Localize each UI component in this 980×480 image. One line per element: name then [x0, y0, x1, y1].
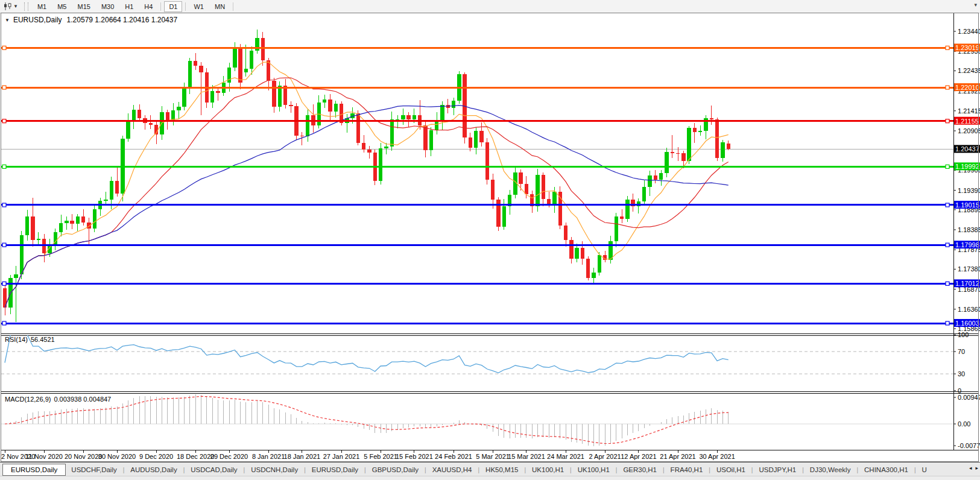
date-label: 29 Dec 2020 [210, 453, 248, 460]
tab-scroll-left-icon[interactable]: ◂ [969, 465, 972, 471]
line-handle[interactable] [946, 321, 949, 325]
candle [715, 119, 719, 158]
chart-tab[interactable]: USDJPY,H1 [753, 464, 801, 475]
date-label: 15 Feb 2021 [396, 453, 433, 460]
chart-tab[interactable]: CHINA300,H1 [859, 464, 914, 475]
candle [227, 68, 231, 83]
chart-tab[interactable]: U [917, 464, 932, 475]
date-label: 9 Dec 2020 [139, 453, 173, 460]
date-axis[interactable]: 2 Nov 202011 Nov 202020 Nov 202030 Nov 2… [1, 450, 735, 460]
candle [615, 216, 618, 241]
candle [278, 86, 282, 106]
candle [188, 61, 192, 87]
line-handle[interactable] [2, 165, 6, 168]
macd-indicator-label: MACD(12,26,9) 0.003938 0.004847 [5, 396, 111, 403]
line-handle[interactable] [946, 86, 949, 89]
price-line-label: 1.19015 [955, 201, 979, 209]
chart-tab[interactable]: USOil,H1 [711, 464, 751, 475]
line-handle[interactable] [946, 119, 949, 123]
candle [81, 216, 85, 223]
candle [42, 239, 46, 253]
candle [406, 115, 410, 120]
line-handle[interactable] [946, 282, 949, 285]
date-label: 21 Apr 2021 [660, 453, 695, 460]
rsi-value: 56.4521 [31, 336, 55, 343]
main-price-panel [1, 30, 953, 325]
line-handle[interactable] [946, 165, 949, 168]
line-handle[interactable] [946, 243, 949, 247]
chart-tab[interactable]: HK50,M15 [480, 464, 523, 475]
price-tick-label: 1.23440 [958, 28, 980, 35]
candle [485, 142, 489, 180]
candle [25, 216, 29, 235]
tab-scroll-right-icon[interactable]: ▸ [975, 465, 978, 471]
candle [474, 131, 478, 148]
macd-panel [1, 394, 953, 446]
line-handle[interactable] [2, 86, 6, 89]
chart-tab[interactable]: UK100,H1 [526, 464, 569, 475]
candle [429, 130, 433, 150]
date-label: 24 Mar 2021 [547, 453, 584, 460]
chart-tab[interactable]: GBPUSD,Daily [367, 464, 424, 475]
chart-tab[interactable]: USDCAD,Daily [185, 464, 242, 475]
line-handle[interactable] [946, 203, 949, 207]
rsi-line [5, 335, 729, 373]
rsi-panel [1, 335, 953, 374]
candle [698, 131, 702, 133]
candle [440, 105, 444, 120]
candle [536, 175, 539, 206]
panel-frame [1, 13, 979, 450]
candle [115, 181, 119, 194]
price-line-label: 1.19992 [955, 163, 979, 170]
chart-canvas[interactable]: 1.234401.229301.224351.219251.214151.209… [0, 0, 980, 480]
candle [558, 192, 562, 226]
candle [401, 115, 405, 119]
chart-tab[interactable]: GER30,H1 [618, 464, 662, 475]
candle [177, 107, 180, 110]
date-label: 12 Apr 2021 [621, 453, 656, 460]
chart-tab[interactable]: DJ30,Weekly [805, 464, 856, 475]
candle [642, 187, 646, 201]
price-tick-label: 1.20905 [958, 127, 980, 134]
candle [671, 152, 674, 153]
candle [413, 115, 416, 119]
candle [681, 153, 685, 160]
candle [547, 199, 551, 204]
candle [727, 144, 730, 149]
line-handle[interactable] [2, 203, 6, 207]
chart-tab[interactable]: AUDUSD,Daily [125, 464, 182, 475]
date-label: 20 Nov 2020 [65, 453, 102, 460]
candle [182, 88, 186, 107]
chart-tab[interactable]: UK100,H1 [572, 464, 615, 475]
candle [620, 216, 624, 219]
chart-tab[interactable]: EURUSD,Daily [2, 464, 66, 476]
line-handle[interactable] [2, 321, 6, 325]
line-handle[interactable] [2, 46, 6, 49]
chart-tab[interactable]: FRA40,H1 [665, 464, 709, 475]
candle [110, 181, 113, 200]
line-handle[interactable] [2, 282, 6, 285]
date-label: 27 Jan 2021 [323, 453, 360, 460]
date-label: 18 Dec 2020 [177, 453, 214, 460]
candle [334, 104, 338, 112]
price-line-label: 1.20437 [955, 145, 979, 153]
line-handle[interactable] [2, 119, 6, 123]
candle [569, 240, 573, 259]
date-label: 11 Nov 2020 [25, 453, 63, 460]
date-label: 30 Apr 2021 [699, 453, 735, 460]
price-line-label: 1.22010 [955, 84, 979, 91]
candle [14, 274, 17, 279]
chart-symbol-label: EURUSD,Daily [13, 16, 62, 24]
status-strip [0, 476, 980, 480]
chart-tab[interactable]: USDCHF,Daily [66, 464, 122, 475]
chart-tab[interactable]: USDCNH,Daily [245, 464, 303, 475]
candle [676, 153, 680, 154]
line-handle[interactable] [946, 46, 949, 49]
chart-tab[interactable]: EURUSD,Daily [306, 464, 364, 475]
date-label: 18 Jan 2021 [284, 453, 321, 460]
collapse-icon[interactable]: ▼ [5, 17, 10, 23]
line-handle[interactable] [2, 243, 6, 247]
price-axis[interactable]: 1.234401.229301.224351.219251.214151.209… [953, 28, 980, 449]
date-label: 2 Apr 2021 [589, 453, 621, 460]
chart-tab[interactable]: XAUUSD,H4 [427, 464, 478, 475]
